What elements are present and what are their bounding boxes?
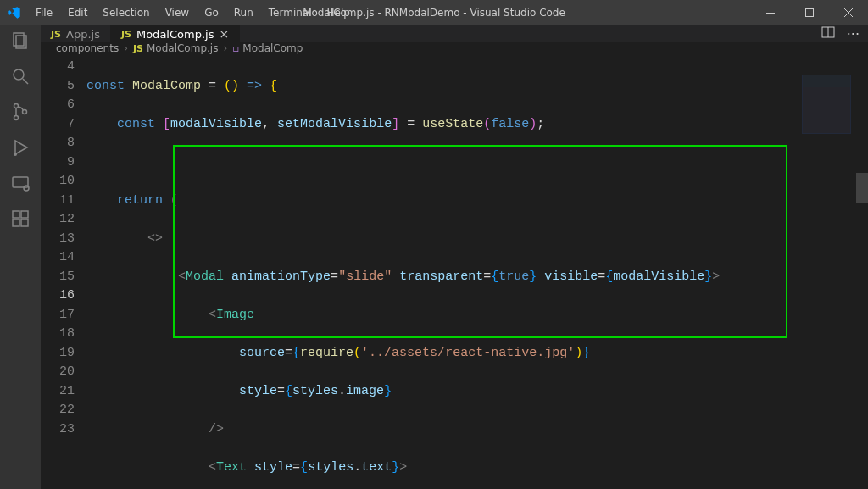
editor-actions: ···: [813, 25, 868, 42]
window-title: ModalComp.js - RNModalDemo - Visual Stud…: [303, 7, 565, 19]
tab-modalcomp-js[interactable]: JS ModalComp.js ×: [111, 25, 240, 42]
code-content[interactable]: const ModalComp = () => { const [modalVi…: [86, 54, 868, 489]
extensions-icon[interactable]: [10, 208, 31, 229]
search-icon[interactable]: [10, 66, 31, 86]
svg-rect-0: [766, 13, 775, 14]
svg-rect-17: [21, 219, 28, 226]
svg-point-9: [14, 116, 19, 120]
source-control-icon[interactable]: [10, 102, 31, 122]
breadcrumb-segment[interactable]: components: [56, 42, 119, 54]
scrollbar-thumb[interactable]: [856, 173, 868, 203]
tab-label: ModalComp.js: [136, 28, 214, 41]
run-debug-icon[interactable]: [10, 137, 31, 158]
svg-rect-15: [13, 211, 19, 218]
editor-tabs: JS App.js JS ModalComp.js × ···: [41, 25, 868, 42]
js-file-icon: JS: [121, 29, 131, 40]
svg-rect-1: [806, 9, 814, 17]
close-button[interactable]: [829, 0, 868, 25]
js-file-icon: JS: [51, 29, 61, 40]
minimap[interactable]: [795, 54, 854, 489]
svg-point-14: [24, 186, 29, 191]
line-number-gutter: 4567891011121314151617181920212223: [41, 54, 86, 489]
activity-bar: [0, 25, 41, 489]
tab-app-js[interactable]: JS App.js: [41, 25, 111, 42]
menu-file[interactable]: File: [29, 3, 59, 22]
remote-icon[interactable]: [10, 173, 31, 193]
js-file-icon: JS: [133, 43, 143, 54]
tab-close-icon[interactable]: ×: [219, 27, 229, 41]
explorer-icon[interactable]: [10, 31, 31, 51]
code-editor[interactable]: 4567891011121314151617181920212223 const…: [41, 54, 868, 489]
menu-go[interactable]: Go: [198, 3, 225, 22]
minimap-viewport[interactable]: [802, 75, 851, 134]
vscode-logo-icon: [7, 5, 22, 20]
svg-point-8: [14, 104, 19, 108]
split-editor-icon[interactable]: [821, 25, 835, 42]
tab-label: App.js: [66, 28, 100, 41]
vertical-scrollbar[interactable]: [856, 54, 868, 489]
svg-rect-16: [13, 219, 19, 226]
svg-line-7: [23, 79, 28, 84]
chevron-right-icon: ›: [124, 42, 128, 54]
chevron-right-icon: ›: [223, 42, 227, 54]
menu-view[interactable]: View: [159, 3, 196, 22]
breadcrumb-segment[interactable]: ModalComp.js: [147, 42, 218, 54]
svg-point-12: [14, 153, 17, 156]
svg-point-10: [23, 110, 27, 114]
window-controls: [751, 0, 868, 25]
maximize-button[interactable]: [790, 0, 829, 25]
minimize-button[interactable]: [751, 0, 790, 25]
svg-point-6: [14, 69, 24, 80]
more-actions-icon[interactable]: ···: [847, 26, 860, 42]
menu-edit[interactable]: Edit: [61, 3, 94, 22]
symbol-icon: ▫: [232, 42, 239, 54]
svg-marker-11: [15, 141, 27, 154]
menu-selection[interactable]: Selection: [96, 3, 156, 22]
breadcrumb-segment[interactable]: ModalComp: [242, 42, 303, 54]
svg-rect-18: [21, 211, 28, 218]
breadcrumbs[interactable]: components › JS ModalComp.js › ▫ ModalCo…: [41, 42, 868, 54]
menu-run[interactable]: Run: [227, 3, 260, 22]
titlebar: File Edit Selection View Go Run Terminal…: [0, 0, 868, 25]
